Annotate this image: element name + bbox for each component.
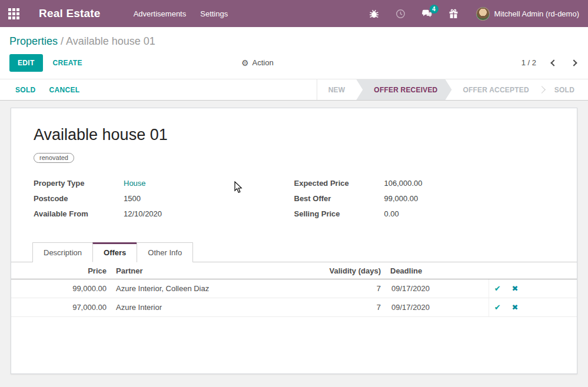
state-offer-received[interactable]: OFFER RECEIVED [356, 79, 451, 100]
field-label-postcode: Postcode [34, 194, 124, 203]
accept-offer-icon[interactable]: ✔ [494, 303, 501, 312]
message-count-badge: 4 [430, 5, 438, 14]
column-header-validity[interactable]: Validity (days) [285, 262, 386, 279]
field-value-expected-price: 106,000.00 [384, 179, 423, 188]
state-offer-accepted[interactable]: OFFER ACCEPTED [452, 79, 540, 100]
offers-table: Price Partner Validity (days) Deadline 9… [11, 262, 577, 317]
menu-settings[interactable]: Settings [200, 7, 228, 21]
breadcrumb-properties[interactable]: Properties [9, 35, 58, 47]
offer-2-partner[interactable]: Azure Interior [111, 298, 285, 317]
pager-next-icon[interactable] [570, 59, 577, 66]
field-label-selling-price: Selling Price [294, 209, 384, 218]
gear-icon: ⚙ [241, 58, 249, 68]
record-title: Available house 01 [34, 126, 554, 144]
breadcrumb: Properties / Available house 01 [0, 33, 588, 54]
offer-2-deadline[interactable]: 09/17/2020 [386, 298, 489, 317]
field-label-expected-price: Expected Price [294, 179, 384, 188]
activities-clock-icon[interactable] [396, 9, 406, 19]
tab-offers[interactable]: Offers [92, 242, 137, 262]
statusbar-buttons: SOLD CANCEL [0, 79, 317, 100]
form-view: Available house 01 renovated Property Ty… [0, 101, 588, 374]
status-pipeline: NEW OFFER RECEIVED OFFER ACCEPTED SOLD [317, 79, 588, 100]
pager: 1 / 2 [521, 58, 576, 67]
apps-menu-icon[interactable] [8, 8, 19, 19]
tab-description[interactable]: Description [32, 242, 93, 262]
refuse-offer-icon[interactable]: ✖ [512, 303, 519, 312]
user-name[interactable]: Mitchell Admin (rd-demo) [494, 9, 580, 18]
pager-previous-icon[interactable] [550, 59, 557, 66]
statusbar: SOLD CANCEL NEW OFFER RECEIVED OFFER ACC… [0, 79, 588, 101]
state-new[interactable]: NEW [317, 79, 357, 100]
field-column-left: Property Type House Postcode 1500 Availa… [34, 179, 294, 225]
offer-1-price[interactable]: 99,000.00 [11, 279, 111, 298]
column-header-partner[interactable]: Partner [111, 262, 285, 279]
field-value-property-type[interactable]: House [124, 179, 146, 188]
navbar-right: 4 Mitchell Admin (rd-demo) [353, 7, 580, 21]
offer-2-validity[interactable]: 7 [285, 298, 386, 317]
app-brand[interactable]: Real Estate [39, 7, 101, 20]
column-header-price[interactable]: Price [11, 262, 111, 279]
sold-button[interactable]: SOLD [15, 86, 36, 94]
field-group: Property Type House Postcode 1500 Availa… [34, 179, 554, 225]
action-label: Action [253, 58, 274, 67]
offer-1-partner[interactable]: Azure Interior, Colleen Diaz [111, 279, 285, 298]
top-navbar: Real Estate Advertisements Settings [0, 0, 588, 27]
field-value-available-from: 12/10/2020 [124, 209, 162, 218]
user-avatar[interactable] [476, 7, 490, 21]
form-sheet: Available house 01 renovated Property Ty… [11, 108, 577, 374]
create-button[interactable]: CREATE [53, 59, 82, 67]
field-column-right: Expected Price 106,000.00 Best Offer 99,… [294, 179, 555, 225]
debug-bug-icon[interactable] [369, 9, 379, 19]
control-panel-buttons: EDIT CREATE ⚙ Action 1 / 2 [0, 54, 588, 72]
main-menus: Advertisements Settings [134, 7, 228, 21]
control-panel: Properties / Available house 01 EDIT CRE… [0, 27, 588, 79]
field-value-postcode: 1500 [124, 194, 141, 203]
field-value-best-offer: 99,000.00 [384, 194, 418, 203]
breadcrumb-separator: / [58, 35, 66, 47]
messages-chat-icon[interactable]: 4 [422, 9, 432, 19]
menu-advertisements[interactable]: Advertisements [134, 7, 187, 21]
field-label-property-type: Property Type [34, 179, 124, 188]
offer-1-deadline[interactable]: 09/17/2020 [386, 279, 489, 298]
offer-1-validity[interactable]: 7 [285, 279, 386, 298]
field-value-selling-price: 0.00 [384, 209, 399, 218]
cancel-button[interactable]: CANCEL [49, 86, 80, 94]
offer-2-price[interactable]: 97,000.00 [11, 298, 111, 317]
app-window: Real Estate Advertisements Settings [0, 0, 588, 387]
tag-renovated[interactable]: renovated [34, 153, 74, 163]
tab-bar: Description Offers Other Info [11, 242, 577, 262]
gift-icon[interactable] [449, 9, 459, 19]
offers-table-header: Price Partner Validity (days) Deadline [11, 262, 577, 279]
breadcrumb-current: Available house 01 [66, 35, 155, 47]
refuse-offer-icon[interactable]: ✖ [512, 284, 519, 293]
state-sold[interactable]: SOLD [543, 79, 586, 100]
accept-offer-icon[interactable]: ✔ [494, 284, 501, 293]
field-label-available-from: Available From [34, 209, 124, 218]
column-header-deadline[interactable]: Deadline [386, 262, 489, 279]
field-label-best-offer: Best Offer [294, 194, 384, 203]
offer-row-1[interactable]: 99,000.00 Azure Interior, Colleen Diaz 7… [11, 279, 577, 298]
action-menu[interactable]: ⚙ Action [241, 58, 274, 68]
offer-row-2[interactable]: 97,000.00 Azure Interior 7 09/17/2020 ✔ … [11, 298, 577, 317]
notebook: Description Offers Other Info Price Part… [11, 242, 577, 317]
pager-value[interactable]: 1 / 2 [521, 58, 536, 67]
edit-button[interactable]: EDIT [9, 54, 43, 72]
tab-other-info[interactable]: Other Info [137, 242, 193, 262]
